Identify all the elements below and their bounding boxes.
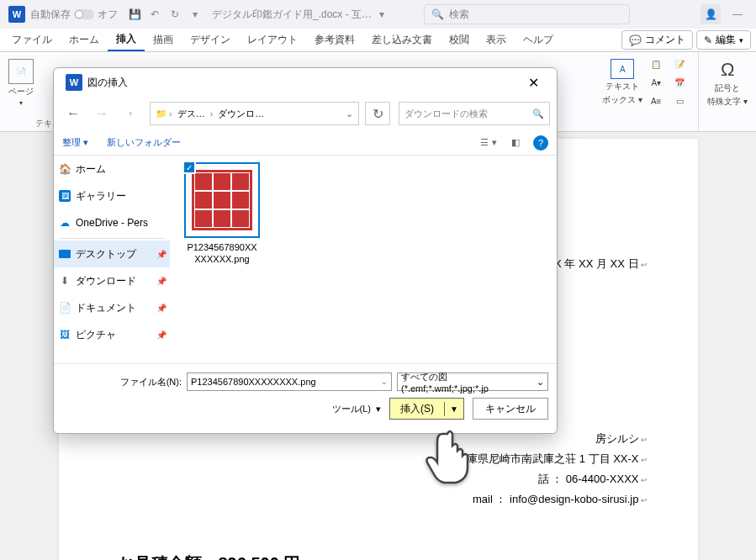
tab-insert[interactable]: 挿入 <box>108 29 145 51</box>
nav-up-button[interactable]: ▾ <box>118 103 143 124</box>
nav-forward-button[interactable]: → <box>89 103 114 124</box>
title-dropdown-icon[interactable]: ▾ <box>372 4 392 24</box>
textbox-button[interactable]: A テキスト ボックス ▾ <box>602 55 642 106</box>
pin-icon: 📌 <box>156 304 167 313</box>
sidebar-home[interactable]: 🏠ホーム <box>54 156 170 182</box>
tab-home[interactable]: ホーム <box>61 29 108 50</box>
search-box[interactable]: 🔍 検索 <box>424 4 630 24</box>
quickparts-icon[interactable]: 📋 <box>646 55 666 72</box>
filename-label: ファイル名(N): <box>62 376 182 388</box>
folder-icon: 📁 <box>156 108 167 119</box>
cancel-button[interactable]: キャンセル <box>473 398 548 420</box>
organize-button[interactable]: 整理 ▾ <box>62 136 88 149</box>
file-list[interactable]: ✓ P1234567890XX XXXXXX.png <box>170 156 557 363</box>
pin-icon: 📌 <box>156 277 167 286</box>
wordart-icon[interactable]: A▾ <box>646 74 666 91</box>
breadcrumb-bar[interactable]: 📁 › デス… › ダウンロ… ⌄ <box>150 102 359 125</box>
desktop-icon <box>59 248 71 260</box>
ribbon-group-symbols: Ω 記号と 特殊文字 ▾ <box>699 52 756 131</box>
dropcap-icon[interactable]: A≡ <box>646 92 666 109</box>
sidebar-desktop[interactable]: デスクトップ📌 <box>54 240 170 267</box>
filename-input[interactable]: P1234567890XXXXXXXX.png ⌄ <box>187 372 392 391</box>
insert-button[interactable]: 挿入(S) ▼ <box>389 398 464 420</box>
page-button[interactable]: 📄 ページ ▾ <box>8 55 34 107</box>
page-group-label: ページ <box>8 86 34 98</box>
dialog-word-icon: W <box>66 74 82 91</box>
seal-preview <box>192 170 252 230</box>
tab-help[interactable]: ヘルプ <box>515 29 562 50</box>
sidebar-gallery[interactable]: 🖼ギャラリー <box>54 182 170 209</box>
tab-view[interactable]: 表示 <box>478 29 515 50</box>
doc-amount: お見積金額 896,500 円 <box>118 552 648 560</box>
picture-icon: 🖼 <box>59 329 71 341</box>
search-placeholder: ダウンロードの検索 <box>404 108 488 120</box>
qat-dropdown-icon[interactable]: ▾ <box>185 4 205 24</box>
newfolder-button[interactable]: 新しいフォルダー <box>107 136 181 149</box>
refresh-button[interactable]: ↻ <box>365 102 390 125</box>
preview-button[interactable]: ◧ <box>506 134 525 152</box>
ribbon-group-text: A テキスト ボックス ▾ 📋 A▾ A≡ 📝 📅 ▭ テキスト <box>594 52 698 131</box>
omega-icon: Ω <box>721 59 734 81</box>
chevron-down-icon[interactable]: ⌄ <box>537 377 544 388</box>
tab-mailings[interactable]: 差し込み文書 <box>363 29 441 50</box>
checkbox-icon[interactable]: ✓ <box>182 161 196 174</box>
insert-dropdown-icon[interactable]: ▼ <box>445 404 463 414</box>
sidebar-documents[interactable]: 📄ドキュメント📌 <box>54 294 170 321</box>
toggle-switch[interactable] <box>74 9 94 19</box>
dialog-close-button[interactable]: ✕ <box>516 68 550 97</box>
title-bar: W 自動保存 オフ 💾 ↶ ↻ ▾ デジタル印鑑ガイド用_.docx - 互… … <box>0 0 756 29</box>
comments-button[interactable]: 💬コメント <box>621 30 693 50</box>
autosave-state: オフ <box>98 8 118 22</box>
breadcrumb-item[interactable]: ダウンロ… <box>214 108 267 120</box>
redo-icon[interactable]: ↻ <box>165 4 185 24</box>
nav-back-button[interactable]: ← <box>61 103 86 124</box>
user-avatar[interactable]: 👤 <box>700 4 721 24</box>
tab-file[interactable]: ファイル <box>3 29 61 50</box>
dialog-search-box[interactable]: ダウンロードの検索 🔍 <box>399 102 550 125</box>
file-item[interactable]: ✓ P1234567890XX XXXXXX.png <box>177 162 267 265</box>
symbol-button[interactable]: Ω 記号と 特殊文字 ▾ <box>707 55 748 108</box>
undo-icon[interactable]: ↶ <box>145 4 165 24</box>
signature-icon[interactable]: 📝 <box>669 55 690 72</box>
chevron-down-icon[interactable]: ⌄ <box>381 378 388 386</box>
editing-button[interactable]: ✎編集▾ <box>696 30 751 50</box>
filetype-filter[interactable]: すべての図 (*.emf;*.wmf;*.jpg;*.jp ⌄ <box>397 372 548 391</box>
save-icon[interactable]: 💾 <box>124 4 145 24</box>
search-icon: 🔍 <box>532 108 544 119</box>
chevron-icon: › <box>169 108 172 119</box>
pin-icon: 📌 <box>156 330 167 340</box>
textbox-icon: A <box>611 59 634 79</box>
dialog-toolbar: 整理 ▾ 新しいフォルダー ☰ ▾ ◧ ? <box>54 130 557 156</box>
ribbon-tabs: ファイル ホーム 挿入 描画 デザイン レイアウト 参考資料 差し込み文書 校閲… <box>0 29 756 52</box>
download-icon: ⬇ <box>59 275 71 287</box>
tab-design[interactable]: デザイン <box>182 29 239 50</box>
tab-references[interactable]: 参考資料 <box>306 29 363 50</box>
dialog-footer: ファイル名(N): P1234567890XXXXXXXX.png ⌄ すべての… <box>54 364 557 428</box>
dialog-titlebar: W 図の挿入 ✕ <box>54 68 557 97</box>
doc-tel: 話 ： 06-4400-XXXX <box>109 472 648 487</box>
autosave-toggle[interactable]: 自動保存 オフ <box>30 8 118 22</box>
pin-icon: 📌 <box>156 250 167 259</box>
tab-layout[interactable]: レイアウト <box>239 29 306 50</box>
dialog-sidebar: 🏠ホーム 🖼ギャラリー ›☁OneDrive - Pers デスクトップ📌 ⬇ダ… <box>54 156 170 363</box>
tab-review[interactable]: 校閲 <box>441 29 478 50</box>
sidebar-pictures[interactable]: 🖼ピクチャ📌 <box>54 321 170 348</box>
cloud-icon: ☁ <box>59 217 71 229</box>
datetime-icon[interactable]: 📅 <box>669 74 690 91</box>
object-icon[interactable]: ▭ <box>669 92 690 109</box>
search-placeholder: 検索 <box>449 8 469 22</box>
dialog-nav: ← → ▾ 📁 › デス… › ダウンロ… ⌄ ↻ ダウンロードの検索 🔍 <box>54 97 557 130</box>
view-button[interactable]: ☰ ▾ <box>479 134 498 152</box>
tools-dropdown[interactable]: ツール(L) ▾ <box>332 403 382 415</box>
sidebar-downloads[interactable]: ⬇ダウンロード📌 <box>54 267 170 294</box>
breadcrumb-item[interactable]: デス… <box>174 108 209 120</box>
breadcrumb-dropdown-icon[interactable]: ⌄ <box>346 108 353 119</box>
document-title: デジタル印鑑ガイド用_.docx - 互… <box>212 8 372 22</box>
autosave-label: 自動保存 <box>30 8 71 22</box>
help-button[interactable]: ? <box>533 135 548 151</box>
file-thumbnail[interactable]: ✓ <box>184 162 260 238</box>
sidebar-onedrive[interactable]: ›☁OneDrive - Pers <box>54 209 170 236</box>
window-minimize-icon[interactable]: ― <box>727 4 748 24</box>
document-icon: 📄 <box>59 302 71 314</box>
tab-draw[interactable]: 描画 <box>145 29 182 50</box>
